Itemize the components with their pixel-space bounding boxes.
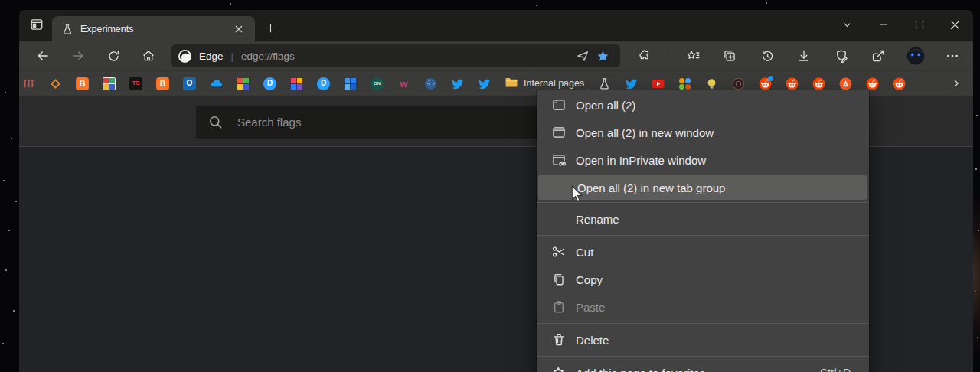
tab-actions-button[interactable] [25, 15, 48, 38]
bookmark-context-menu: Open all (2)Open all (2) in new windowOp… [537, 90, 869, 372]
close-window-button[interactable] [937, 10, 973, 39]
bookmarks-items: BTSBODDONw Internal pages [22, 76, 938, 92]
menu-item-label: Add this page to favorites [576, 367, 820, 372]
share-icon[interactable] [865, 44, 891, 67]
menu-item-open-inprivate[interactable]: Open in InPrivate window [537, 146, 869, 174]
menu-item-label: Open all (2) [576, 99, 869, 112]
matchsticks-favicon[interactable] [22, 77, 35, 90]
ts-favicon[interactable]: TS [129, 77, 142, 90]
favorite-star-icon[interactable] [593, 46, 612, 66]
scissors-icon [552, 245, 566, 259]
favorites-icon[interactable] [680, 44, 706, 67]
outlook-favicon[interactable]: O [183, 77, 196, 90]
reddit4-favicon[interactable] [866, 77, 879, 90]
menu-item-label: Delete [576, 334, 869, 347]
reddit3-favicon[interactable] [812, 77, 825, 90]
menu-item-shortcut: Ctrl+D [820, 367, 851, 372]
twitter-favicon[interactable] [451, 77, 464, 90]
menu-item-label: Open all (2) in new tab group [577, 181, 867, 194]
edge-logo-icon [178, 49, 192, 64]
menu-item-paste[interactable]: Paste [537, 293, 869, 321]
copy-icon [552, 272, 566, 286]
tab-close-icon[interactable] [230, 21, 247, 38]
orange-diamond-favicon[interactable] [49, 77, 62, 90]
menu-item-label: Open all (2) in new window [576, 126, 869, 139]
toolbar-right-icons [631, 44, 965, 67]
menu-item-icon-empty [552, 212, 566, 226]
toolbar-divider [668, 50, 668, 63]
bookmarks-overflow-chevron-icon[interactable] [946, 73, 967, 93]
new-tab-button[interactable] [260, 17, 281, 38]
downloads-icon[interactable] [791, 44, 817, 67]
profile-avatar[interactable] [903, 44, 929, 67]
blogger2-favicon[interactable]: B [156, 77, 169, 90]
menu-item-label: Open in InPrivate window [576, 154, 869, 167]
bookmark-folder-internal-pages[interactable]: Internal pages [505, 76, 584, 92]
disqus-favicon[interactable]: D [263, 77, 276, 90]
maximize-button[interactable] [901, 10, 937, 39]
menu-item-open-all[interactable]: Open all (2) [537, 91, 869, 119]
twitter3-favicon[interactable] [625, 77, 638, 90]
menu-item-open-all-new-window[interactable]: Open all (2) in new window [537, 119, 869, 146]
mosaic-thumbnail-favicon[interactable] [103, 77, 116, 90]
flags-beaker-favicon[interactable] [598, 77, 611, 90]
paste-icon [552, 300, 566, 314]
home-button[interactable] [136, 44, 161, 67]
bookmark-folder-label: Internal pages [524, 78, 584, 89]
w-colorful-favicon[interactable]: w [397, 77, 410, 90]
menu-item-open-all-new-tab-group[interactable]: Open all (2) in new tab group [538, 175, 867, 200]
minimize-button[interactable] [865, 10, 901, 39]
settings-menu-icon[interactable] [939, 44, 965, 67]
tab-strip: Experiments [19, 10, 973, 41]
menu-item-icon-empty [554, 181, 567, 194]
dark-logo-favicon[interactable] [732, 77, 745, 90]
reddit2-favicon[interactable] [786, 77, 799, 90]
history-icon[interactable] [754, 44, 780, 67]
extensions-icon[interactable] [631, 44, 657, 67]
menu-item-rename[interactable]: Rename [537, 205, 869, 233]
onedrive-favicon[interactable] [210, 77, 223, 90]
disqus2-favicon[interactable]: D [317, 77, 330, 90]
on-circle-favicon[interactable]: ON [371, 77, 384, 90]
menu-item-copy[interactable]: Copy [537, 266, 869, 293]
tab-icon [552, 98, 566, 112]
people-group-favicon[interactable] [678, 77, 691, 90]
window-icon [552, 126, 566, 139]
tab-experiments[interactable]: Experiments [52, 16, 255, 41]
inprivate-icon [552, 153, 566, 167]
menu-separator [537, 202, 869, 203]
forward-button[interactable] [66, 44, 90, 67]
pizza-favicon[interactable] [839, 77, 852, 90]
tab-title: Experiments [80, 24, 230, 34]
menu-item-cut[interactable]: Cut [537, 238, 869, 266]
address-bar[interactable]: Edge | edge://flags [171, 44, 620, 67]
mosaic2-favicon[interactable] [237, 77, 250, 90]
menu-separator [537, 356, 869, 357]
send-to-icon[interactable] [573, 46, 593, 66]
color-squares-favicon[interactable] [290, 77, 303, 90]
site-label: Edge [199, 51, 224, 62]
browser-essentials-icon[interactable] [828, 44, 854, 67]
youtube-favicon[interactable] [652, 77, 665, 90]
trash-icon [552, 333, 566, 347]
menu-separator [537, 323, 869, 324]
microsoft-squares-favicon[interactable] [344, 77, 357, 90]
reddit5-favicon[interactable] [893, 77, 906, 90]
reddit-notification-favicon[interactable] [759, 77, 772, 90]
mouse-cursor [570, 185, 585, 204]
refresh-button[interactable] [101, 44, 126, 67]
search-placeholder: Search flags [237, 116, 301, 129]
menu-item-add-page-favorites[interactable]: Add this page to favoritesCtrl+D [537, 359, 869, 372]
chevron-down-icon[interactable] [829, 10, 865, 39]
collections-icon[interactable] [717, 44, 743, 67]
search-icon [208, 115, 223, 129]
window-caption-controls [829, 10, 973, 39]
globe-favicon[interactable] [424, 77, 437, 90]
back-button[interactable] [31, 44, 55, 67]
menu-separator [537, 235, 869, 236]
twitter2-favicon[interactable] [478, 77, 491, 90]
url-separator: | [231, 51, 234, 62]
menu-item-delete[interactable]: Delete [537, 326, 869, 354]
blogger-favicon[interactable]: B [76, 77, 89, 90]
lightbulb-favicon[interactable] [705, 77, 718, 90]
